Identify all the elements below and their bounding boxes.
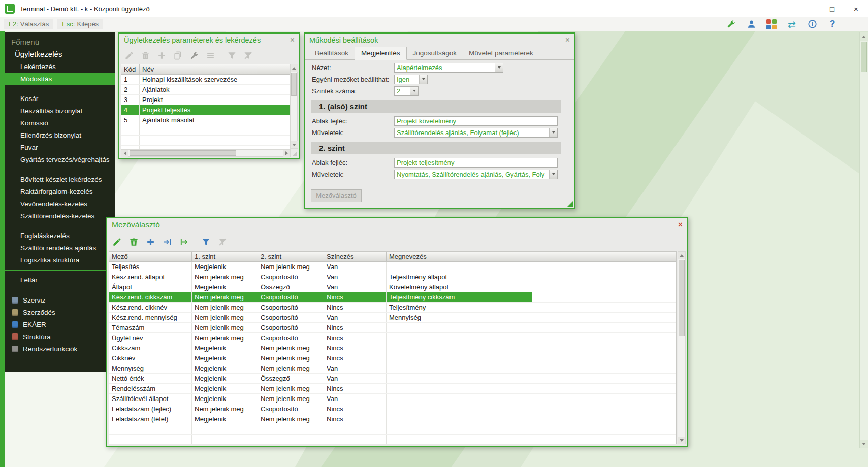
selector-table-row[interactable]: Cikknév Megjelenik Nem jelenik meg Nincs bbox=[109, 353, 676, 363]
sidebar-module-item[interactable]: EKÁER bbox=[5, 318, 115, 330]
sidebar-menu-item[interactable]: Vevőrendelés-kezelés bbox=[5, 198, 115, 210]
paste-icon[interactable] bbox=[172, 49, 184, 61]
move-in-icon[interactable] bbox=[161, 236, 173, 248]
selector-table-row[interactable]: Rendelésszám Megjelenik Nem jelenik meg … bbox=[109, 384, 676, 394]
shortcut-f2[interactable]: F2:Választás bbox=[4, 19, 53, 29]
scroll-up-icon[interactable] bbox=[860, 32, 868, 41]
sidebar-menu-item[interactable]: Foglaláskezelés bbox=[5, 230, 115, 242]
settings-window-titlebar[interactable]: Működési beállítások × bbox=[305, 34, 574, 47]
delete-icon[interactable] bbox=[139, 49, 151, 61]
sidebar-menu-item[interactable]: Ellenőrzés bizonylat bbox=[5, 129, 115, 142]
settings-tab[interactable]: Beállítások bbox=[309, 47, 355, 59]
selector-column-header[interactable]: 1. szint bbox=[192, 252, 258, 261]
selector-column-header[interactable]: 2. szint bbox=[258, 252, 324, 261]
close-button[interactable]: × bbox=[844, 0, 868, 17]
sidebar-menu-item[interactable]: Szállítórendelés-kezelés bbox=[5, 210, 115, 222]
maximize-button[interactable]: □ bbox=[820, 0, 844, 17]
field-input[interactable]: Szállítórendelés ajánlás, Folyamat (fejl… bbox=[394, 128, 558, 138]
field-input[interactable]: Projekt teljesítmény bbox=[394, 158, 558, 168]
selector-table-row[interactable]: Kész.rend. állapot Nem jelenik meg Csopo… bbox=[109, 272, 676, 282]
sidebar-menu-item[interactable]: Szállítói rendelés ajánlás bbox=[5, 242, 115, 254]
scroll-up-icon[interactable] bbox=[678, 252, 685, 259]
sidebar-module-item[interactable]: Struktúra bbox=[5, 330, 115, 343]
params-table-row[interactable]: 4 Projekt teljesítés bbox=[121, 105, 290, 115]
selector-table-row[interactable]: Kész.rend. cikknév Nem jelenik meg Csopo… bbox=[109, 303, 676, 313]
selector-window-titlebar[interactable]: Mezőválasztó × bbox=[107, 218, 687, 232]
field-dropdown[interactable]: Igen bbox=[394, 75, 428, 84]
column-header-kod[interactable]: Kód bbox=[121, 64, 140, 74]
scroll-thumb[interactable] bbox=[679, 260, 685, 336]
scroll-thumb[interactable] bbox=[861, 42, 867, 72]
edit-icon[interactable] bbox=[111, 236, 123, 248]
selector-column-header[interactable]: Mező bbox=[109, 252, 192, 261]
chevron-down-icon[interactable] bbox=[419, 75, 427, 84]
sidebar-module-item[interactable]: Szerződés bbox=[5, 306, 115, 318]
selector-table-row[interactable]: Feladatszám (fejléc) Nem jelenik meg Cso… bbox=[109, 404, 676, 414]
sidebar-section-ugyletkezeles[interactable]: Ügyletkezelés bbox=[5, 48, 115, 61]
settings-tab[interactable]: Művelet paraméterek bbox=[463, 47, 539, 59]
delete-icon[interactable] bbox=[127, 236, 140, 248]
selector-table-row[interactable]: Ügyfél név Nem jelenik meg Csoportosító … bbox=[109, 333, 676, 343]
selector-column-header[interactable]: Színezés bbox=[324, 252, 387, 261]
selector-table-row[interactable]: Cikkszám Megjelenik Nem jelenik meg Ninc… bbox=[109, 343, 676, 353]
selector-column-header[interactable]: Megnevezés bbox=[387, 252, 532, 261]
sidebar-menu-item[interactable]: Bővített készlet lekérdezés bbox=[5, 174, 115, 186]
scroll-down-icon[interactable] bbox=[860, 440, 868, 448]
minimize-button[interactable]: – bbox=[796, 0, 820, 17]
params-table-row[interactable]: 1 Holnapi kiszállítások szervezése bbox=[121, 75, 290, 85]
field-dropdown[interactable]: Alapértelmezés bbox=[394, 63, 503, 73]
settings-tab[interactable]: Jogosultságok bbox=[407, 47, 463, 59]
column-header-nev[interactable]: Név bbox=[140, 64, 290, 74]
sidebar-menu-item[interactable]: Gyártás tervezés/végrehajtás bbox=[5, 154, 115, 166]
move-out-icon[interactable] bbox=[178, 236, 190, 248]
params-window-titlebar[interactable]: Ügyletkezelés paraméterek és lekérdezés … bbox=[119, 34, 299, 47]
field-input[interactable]: Nyomtatás, Szállítórendelés ajánlás, Gyá… bbox=[394, 170, 558, 179]
scroll-thumb[interactable] bbox=[291, 73, 297, 96]
help-icon[interactable]: ? bbox=[826, 18, 839, 30]
main-scrollbar[interactable] bbox=[859, 32, 868, 448]
filter-icon[interactable] bbox=[226, 49, 238, 61]
chevron-down-icon[interactable] bbox=[410, 87, 418, 95]
params-table-row[interactable]: 3 Projekt bbox=[121, 95, 290, 105]
sidebar-module-item[interactable]: Szerviz bbox=[5, 294, 115, 306]
resize-grip[interactable] bbox=[292, 151, 297, 156]
selector-close-icon[interactable]: × bbox=[678, 221, 683, 229]
selector-vertical-scrollbar[interactable] bbox=[678, 251, 686, 444]
field-input[interactable]: Projekt követelmény bbox=[394, 116, 558, 126]
chevron-down-icon[interactable] bbox=[495, 63, 503, 72]
selector-table-row[interactable]: Szállítólevél állapot Megjelenik Nem jel… bbox=[109, 394, 676, 404]
add-icon[interactable] bbox=[144, 236, 156, 248]
chevron-down-icon[interactable] bbox=[549, 170, 557, 179]
selector-table-row[interactable]: Kész.rend. cikkszám Nem jelenik meg Csop… bbox=[109, 292, 676, 303]
shortcut-esc[interactable]: Esc:Kilépés bbox=[57, 19, 103, 29]
selector-table-row[interactable]: Állapot Megjelenik Összegző Van Követelm… bbox=[109, 282, 676, 292]
selector-table-row[interactable]: Kész.rend. mennyiség Nem jelenik meg Cso… bbox=[109, 313, 676, 323]
selector-table-row[interactable]: Teljesítés Megjelenik Nem jelenik meg Va… bbox=[109, 262, 676, 272]
field-selector-button[interactable]: Mezőválasztó bbox=[311, 189, 362, 202]
selector-column-header[interactable] bbox=[532, 252, 676, 261]
info-icon[interactable] bbox=[806, 18, 818, 30]
apps-icon[interactable] bbox=[765, 18, 778, 30]
tools-icon[interactable] bbox=[725, 18, 737, 30]
selector-table-row[interactable]: Témaszám Nem jelenik meg Csoportosító Ni… bbox=[109, 323, 676, 333]
params-vertical-scrollbar[interactable] bbox=[290, 64, 298, 149]
user-icon[interactable] bbox=[745, 18, 757, 30]
sidebar-menu-item[interactable]: Leltár bbox=[5, 274, 115, 286]
scroll-right-icon[interactable] bbox=[283, 150, 290, 157]
scroll-down-icon[interactable] bbox=[678, 437, 685, 444]
scroll-left-icon[interactable] bbox=[121, 150, 128, 157]
add-icon[interactable] bbox=[155, 49, 168, 61]
sidebar-menu-item[interactable]: Módosítás bbox=[5, 73, 115, 85]
sidebar-menu-item[interactable]: Fuvar bbox=[5, 142, 115, 154]
settings-close-icon[interactable]: × bbox=[565, 36, 570, 44]
field-dropdown[interactable]: 2 bbox=[394, 86, 419, 96]
sidebar-menu-item[interactable]: Logisztika struktúra bbox=[5, 254, 115, 266]
params-table-row[interactable]: 2 Ajánlatok bbox=[121, 85, 290, 95]
tools-icon[interactable] bbox=[188, 49, 200, 61]
sidebar-module-item[interactable]: Rendszerfunkciók bbox=[5, 343, 115, 355]
chevron-down-icon[interactable] bbox=[549, 128, 557, 137]
resize-grip[interactable] bbox=[567, 201, 573, 207]
sidebar-menu-item[interactable]: Lekérdezés bbox=[5, 61, 115, 73]
params-table-row[interactable]: 5 Ajánlatok másolat bbox=[121, 115, 290, 125]
scroll-up-icon[interactable] bbox=[291, 64, 298, 72]
